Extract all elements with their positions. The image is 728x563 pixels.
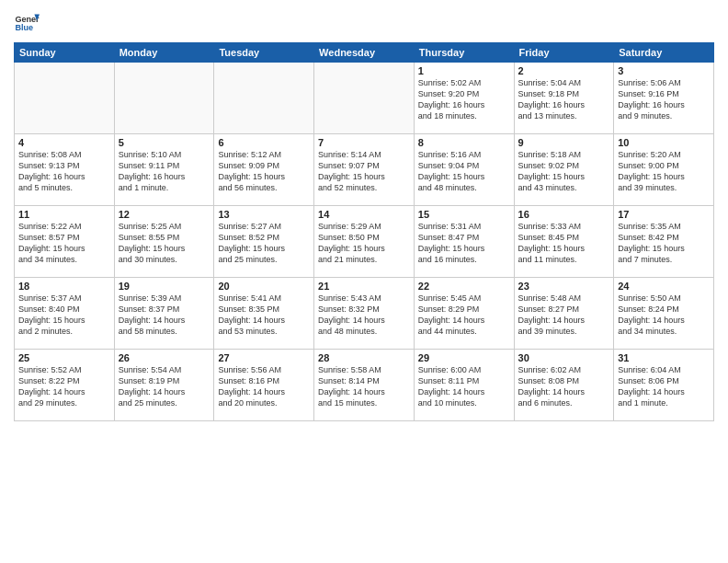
day-info: Sunrise: 5:02 AM Sunset: 9:20 PM Dayligh…: [418, 77, 510, 122]
day-number: 23: [518, 281, 610, 292]
day-info: Sunrise: 5:33 AM Sunset: 8:45 PM Dayligh…: [518, 221, 610, 266]
day-info: Sunrise: 5:48 AM Sunset: 8:27 PM Dayligh…: [518, 293, 610, 338]
day-cell: 31Sunrise: 6:04 AM Sunset: 8:06 PM Dayli…: [614, 350, 714, 421]
day-cell: 14Sunrise: 5:29 AM Sunset: 8:50 PM Dayli…: [314, 206, 415, 278]
day-info: Sunrise: 5:27 AM Sunset: 8:52 PM Dayligh…: [218, 221, 310, 266]
day-info: Sunrise: 5:35 AM Sunset: 8:42 PM Dayligh…: [618, 221, 710, 266]
day-number: 11: [18, 209, 110, 220]
day-cell: 5Sunrise: 5:10 AM Sunset: 9:11 PM Daylig…: [114, 134, 214, 206]
day-info: Sunrise: 5:20 AM Sunset: 9:00 PM Dayligh…: [618, 149, 710, 194]
day-cell: 29Sunrise: 6:00 AM Sunset: 8:11 PM Dayli…: [414, 350, 514, 421]
day-info: Sunrise: 5:06 AM Sunset: 9:16 PM Dayligh…: [618, 77, 710, 122]
day-cell: 16Sunrise: 5:33 AM Sunset: 8:45 PM Dayli…: [514, 206, 614, 278]
day-number: 25: [18, 352, 110, 363]
day-info: Sunrise: 6:04 AM Sunset: 8:06 PM Dayligh…: [618, 364, 710, 409]
day-number: 27: [218, 352, 310, 363]
day-cell: 19Sunrise: 5:39 AM Sunset: 8:37 PM Dayli…: [114, 278, 214, 350]
day-number: 30: [518, 352, 610, 363]
day-number: 31: [618, 352, 710, 363]
day-cell: 2Sunrise: 5:04 AM Sunset: 9:18 PM Daylig…: [514, 63, 614, 134]
day-cell: 18Sunrise: 5:37 AM Sunset: 8:40 PM Dayli…: [15, 278, 115, 350]
day-number: 12: [119, 209, 210, 220]
day-info: Sunrise: 5:14 AM Sunset: 9:07 PM Dayligh…: [318, 149, 410, 194]
day-number: 18: [18, 281, 110, 292]
day-number: 3: [618, 65, 710, 76]
day-number: 15: [418, 209, 510, 220]
day-number: 14: [318, 209, 410, 220]
day-number: 2: [518, 65, 610, 76]
day-number: 20: [218, 281, 310, 292]
day-info: Sunrise: 5:04 AM Sunset: 9:18 PM Dayligh…: [518, 77, 610, 122]
day-cell: 23Sunrise: 5:48 AM Sunset: 8:27 PM Dayli…: [514, 278, 614, 350]
day-cell: 10Sunrise: 5:20 AM Sunset: 9:00 PM Dayli…: [614, 134, 714, 206]
day-info: Sunrise: 5:31 AM Sunset: 8:47 PM Dayligh…: [418, 221, 510, 266]
day-number: 10: [618, 137, 710, 148]
day-cell: 6Sunrise: 5:12 AM Sunset: 9:09 PM Daylig…: [214, 134, 314, 206]
day-cell: 24Sunrise: 5:50 AM Sunset: 8:24 PM Dayli…: [614, 278, 714, 350]
day-cell: 4Sunrise: 5:08 AM Sunset: 9:13 PM Daylig…: [15, 134, 115, 206]
day-info: Sunrise: 5:39 AM Sunset: 8:37 PM Dayligh…: [119, 293, 210, 338]
day-info: Sunrise: 5:25 AM Sunset: 8:55 PM Dayligh…: [119, 221, 210, 266]
day-cell: 20Sunrise: 5:41 AM Sunset: 8:35 PM Dayli…: [214, 278, 314, 350]
day-number: 1: [418, 65, 510, 76]
week-row-1: 1Sunrise: 5:02 AM Sunset: 9:20 PM Daylig…: [15, 63, 714, 134]
day-info: Sunrise: 5:54 AM Sunset: 8:19 PM Dayligh…: [119, 364, 210, 409]
day-number: 24: [618, 281, 710, 292]
logo: General Blue: [14, 9, 43, 35]
day-cell: 25Sunrise: 5:52 AM Sunset: 8:22 PM Dayli…: [15, 350, 115, 421]
day-number: 19: [119, 281, 210, 292]
day-info: Sunrise: 5:50 AM Sunset: 8:24 PM Dayligh…: [618, 293, 710, 338]
day-info: Sunrise: 5:18 AM Sunset: 9:02 PM Dayligh…: [518, 149, 610, 194]
day-cell: 7Sunrise: 5:14 AM Sunset: 9:07 PM Daylig…: [314, 134, 415, 206]
day-number: 22: [418, 281, 510, 292]
day-info: Sunrise: 5:29 AM Sunset: 8:50 PM Dayligh…: [318, 221, 410, 266]
day-cell: 3Sunrise: 5:06 AM Sunset: 9:16 PM Daylig…: [614, 63, 714, 134]
day-info: Sunrise: 5:43 AM Sunset: 8:32 PM Dayligh…: [318, 293, 410, 338]
day-info: Sunrise: 5:37 AM Sunset: 8:40 PM Dayligh…: [18, 293, 110, 338]
week-row-3: 11Sunrise: 5:22 AM Sunset: 8:57 PM Dayli…: [15, 206, 714, 278]
day-cell: 26Sunrise: 5:54 AM Sunset: 8:19 PM Dayli…: [114, 350, 214, 421]
weekday-tuesday: Tuesday: [214, 43, 314, 63]
day-number: 17: [618, 209, 710, 220]
day-cell: 21Sunrise: 5:43 AM Sunset: 8:32 PM Dayli…: [314, 278, 415, 350]
day-cell: [214, 63, 314, 134]
day-cell: 22Sunrise: 5:45 AM Sunset: 8:29 PM Dayli…: [414, 278, 514, 350]
day-number: 9: [518, 137, 610, 148]
weekday-sunday: Sunday: [15, 43, 115, 63]
day-cell: 17Sunrise: 5:35 AM Sunset: 8:42 PM Dayli…: [614, 206, 714, 278]
weekday-thursday: Thursday: [414, 43, 514, 63]
day-number: 13: [218, 209, 310, 220]
day-info: Sunrise: 5:22 AM Sunset: 8:57 PM Dayligh…: [18, 221, 110, 266]
calendar-table: SundayMondayTuesdayWednesdayThursdayFrid…: [14, 42, 714, 421]
day-number: 26: [119, 352, 210, 363]
logo-icon: General Blue: [14, 9, 40, 35]
day-number: 29: [418, 352, 510, 363]
day-cell: [114, 63, 214, 134]
day-info: Sunrise: 5:12 AM Sunset: 9:09 PM Dayligh…: [218, 149, 310, 194]
weekday-saturday: Saturday: [614, 43, 714, 63]
day-cell: [314, 63, 415, 134]
weekday-wednesday: Wednesday: [314, 43, 415, 63]
day-info: Sunrise: 5:16 AM Sunset: 9:04 PM Dayligh…: [418, 149, 510, 194]
day-cell: 15Sunrise: 5:31 AM Sunset: 8:47 PM Dayli…: [414, 206, 514, 278]
day-number: 21: [318, 281, 410, 292]
day-info: Sunrise: 5:41 AM Sunset: 8:35 PM Dayligh…: [218, 293, 310, 338]
week-row-5: 25Sunrise: 5:52 AM Sunset: 8:22 PM Dayli…: [15, 350, 714, 421]
day-number: 28: [318, 352, 410, 363]
weekday-monday: Monday: [114, 43, 214, 63]
day-info: Sunrise: 5:45 AM Sunset: 8:29 PM Dayligh…: [418, 293, 510, 338]
day-cell: 12Sunrise: 5:25 AM Sunset: 8:55 PM Dayli…: [114, 206, 214, 278]
day-cell: 13Sunrise: 5:27 AM Sunset: 8:52 PM Dayli…: [214, 206, 314, 278]
day-number: 5: [119, 137, 210, 148]
day-cell: [15, 63, 115, 134]
day-cell: 27Sunrise: 5:56 AM Sunset: 8:16 PM Dayli…: [214, 350, 314, 421]
svg-text:Blue: Blue: [15, 23, 33, 32]
day-info: Sunrise: 6:02 AM Sunset: 8:08 PM Dayligh…: [518, 364, 610, 409]
day-cell: 9Sunrise: 5:18 AM Sunset: 9:02 PM Daylig…: [514, 134, 614, 206]
week-row-4: 18Sunrise: 5:37 AM Sunset: 8:40 PM Dayli…: [15, 278, 714, 350]
day-cell: 28Sunrise: 5:58 AM Sunset: 8:14 PM Dayli…: [314, 350, 415, 421]
header: General Blue: [14, 9, 714, 35]
day-info: Sunrise: 5:52 AM Sunset: 8:22 PM Dayligh…: [18, 364, 110, 409]
day-info: Sunrise: 5:08 AM Sunset: 9:13 PM Dayligh…: [18, 149, 110, 194]
day-number: 4: [18, 137, 110, 148]
